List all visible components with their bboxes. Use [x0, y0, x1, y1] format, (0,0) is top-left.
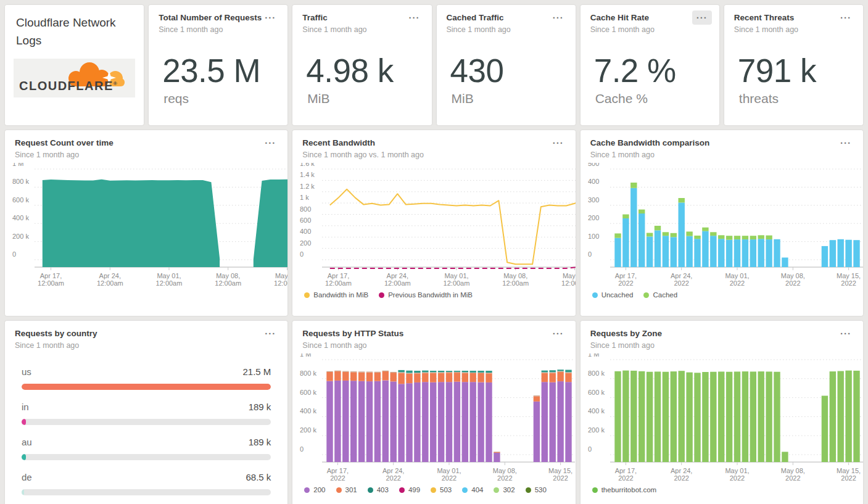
more-menu-icon[interactable]: ··· — [836, 136, 856, 150]
more-menu-icon[interactable]: ··· — [260, 10, 280, 25]
request-count-area-chart[interactable]: 1 M800 k600 k400 k200 k0Apr 17,12:00amAp… — [12, 163, 287, 289]
svg-text:2022: 2022 — [674, 279, 688, 287]
legend-item-Bandwidth in MiB[interactable]: Bandwidth in MiB — [304, 291, 368, 299]
svg-text:Apr 24,: Apr 24, — [99, 272, 121, 279]
svg-text:May 15,: May 15, — [548, 467, 572, 474]
svg-text:0: 0 — [300, 250, 304, 258]
svg-text:May 08,: May 08, — [780, 467, 804, 474]
svg-text:2022: 2022 — [841, 474, 856, 482]
more-menu-icon[interactable]: ··· — [405, 10, 424, 25]
more-menu-icon[interactable]: ··· — [260, 136, 280, 150]
chart-title: Requests by country — [15, 329, 278, 339]
svg-text:May 01,: May 01, — [725, 467, 749, 474]
more-menu-icon[interactable]: ··· — [692, 10, 712, 25]
stat-value: 430 — [450, 54, 576, 87]
stat-value: 4.98 k — [306, 54, 431, 87]
legend-dot-icon — [462, 487, 468, 493]
more-menu-icon[interactable]: ··· — [836, 10, 856, 25]
card-total-requests: ··· Total Number of Requests Since 1 mon… — [149, 5, 287, 125]
country-bar-fill[interactable] — [22, 384, 271, 390]
card-title: Traffic — [302, 13, 421, 23]
legend-dot-icon — [592, 487, 598, 493]
svg-text:12:00am: 12:00am — [503, 279, 529, 287]
country-bar-fill[interactable] — [22, 419, 26, 425]
legend-item-Cached[interactable]: Cached — [643, 291, 677, 299]
svg-text:0: 0 — [12, 250, 16, 258]
legend-dot-icon — [399, 487, 405, 493]
legend-item-499[interactable]: 499 — [399, 486, 420, 494]
card-logo: Cloudflare Network Logs CLOUDFLARE® — [5, 5, 144, 125]
country-value: 68.5 k — [246, 471, 271, 484]
more-menu-icon[interactable]: ··· — [836, 326, 856, 341]
svg-text:2022: 2022 — [618, 279, 633, 287]
card-subtitle: Since 1 month ago — [590, 25, 709, 34]
card-request-count-chart: ··· Request Count over time Since 1 mont… — [5, 130, 287, 316]
svg-text:2022: 2022 — [785, 474, 800, 482]
svg-text:200: 200 — [588, 214, 599, 221]
svg-text:2022: 2022 — [785, 279, 800, 287]
svg-text:400 k: 400 k — [300, 408, 316, 415]
svg-text:Apr 24,: Apr 24, — [671, 272, 692, 279]
bandwidth-line-chart[interactable]: 1.6 k1.4 k1.2 k1 k8006004002000Apr 17,12… — [300, 163, 575, 289]
legend-item-200[interactable]: 200 — [304, 486, 325, 494]
legend-item-Uncached[interactable]: Uncached — [592, 291, 634, 299]
svg-text:Apr 24,: Apr 24, — [671, 467, 692, 474]
svg-text:1.4 k: 1.4 k — [300, 171, 315, 179]
svg-text:800 k: 800 k — [300, 370, 316, 377]
svg-text:0: 0 — [300, 445, 304, 453]
more-menu-icon[interactable]: ··· — [260, 326, 280, 341]
svg-text:12:00am: 12:00am — [38, 279, 64, 287]
svg-text:2022: 2022 — [442, 474, 457, 482]
card-title: Cache Hit Rate — [590, 13, 709, 23]
legend-dot-icon — [431, 487, 436, 493]
legend-item-Previous Bandwidth in MiB[interactable]: Previous Bandwidth in MiB — [379, 291, 473, 299]
legend-dot-icon — [494, 487, 499, 493]
more-menu-icon[interactable]: ··· — [548, 10, 568, 25]
legend-item-theburritobot.com[interactable]: theburritobot.com — [592, 486, 657, 494]
chart-legend: Bandwidth in MiBPrevious Bandwidth in Mi… — [304, 291, 575, 299]
country-bar-fill[interactable] — [22, 489, 24, 495]
card-bandwidth-chart: ··· Recent Bandwidth Since 1 month ago v… — [292, 130, 575, 316]
country-bar-fill[interactable] — [22, 454, 26, 460]
country-bar-track — [22, 384, 271, 390]
chart-title: Cache Bandwidth comparison — [590, 138, 853, 148]
svg-text:May 08,: May 08, — [780, 272, 804, 279]
svg-text:0: 0 — [588, 250, 592, 258]
legend-item-302[interactable]: 302 — [494, 486, 515, 494]
svg-text:May 08,: May 08, — [503, 272, 527, 279]
cache-bandwidth-bar-chart[interactable]: 5004003002001000Apr 17,2022Apr 24,2022Ma… — [588, 163, 863, 289]
cloudflare-logo: CLOUDFLARE® — [14, 59, 135, 97]
legend-item-530[interactable]: 530 — [526, 486, 547, 494]
svg-text:May 01,: May 01, — [725, 272, 749, 279]
chart-subtitle: Since 1 month ago vs. 1 month ago — [302, 151, 565, 159]
chart-title: Requests by HTTP Status — [302, 329, 565, 339]
stat-value: 7.2 % — [594, 54, 719, 87]
legend-label: 530 — [535, 486, 547, 494]
more-menu-icon[interactable]: ··· — [548, 136, 568, 150]
http-status-bar-chart[interactable]: 1 M800 k600 k400 k200 k0Apr 17,2022Apr 2… — [300, 353, 575, 484]
legend-item-403[interactable]: 403 — [368, 486, 389, 494]
svg-text:Apr 24,: Apr 24, — [387, 272, 408, 279]
legend-item-503[interactable]: 503 — [431, 486, 452, 494]
country-row-us: us21.5 M — [22, 366, 271, 390]
svg-text:Apr 17,: Apr 17, — [327, 467, 349, 474]
legend-label: 403 — [377, 486, 389, 494]
chart-legend: theburritobot.com — [592, 486, 863, 494]
card-requests-by-http-status: ··· Requests by HTTP Status Since 1 mont… — [292, 321, 575, 504]
legend-item-301[interactable]: 301 — [336, 486, 357, 494]
card-title: Cached Traffic — [447, 13, 566, 23]
chart-legend: UncachedCached — [592, 291, 863, 299]
legend-dot-icon — [368, 487, 373, 493]
legend-label: 503 — [440, 486, 452, 494]
card-subtitle: Since 1 month ago — [159, 25, 278, 34]
legend-label: Uncached — [601, 291, 634, 299]
chart-subtitle: Since 1 month ago — [15, 341, 278, 350]
more-menu-icon[interactable]: ··· — [548, 326, 568, 341]
svg-text:12:00am: 12:00am — [215, 279, 241, 287]
svg-text:100: 100 — [588, 233, 599, 240]
svg-text:Apr 24,: Apr 24, — [382, 467, 404, 474]
legend-item-404[interactable]: 404 — [462, 486, 483, 494]
country-label: us — [22, 366, 31, 378]
svg-text:12:00am: 12:00am — [97, 279, 123, 287]
zone-bar-chart[interactable]: 1 M800 k600 k400 k200 k0Apr 17,2022Apr 2… — [588, 353, 863, 484]
